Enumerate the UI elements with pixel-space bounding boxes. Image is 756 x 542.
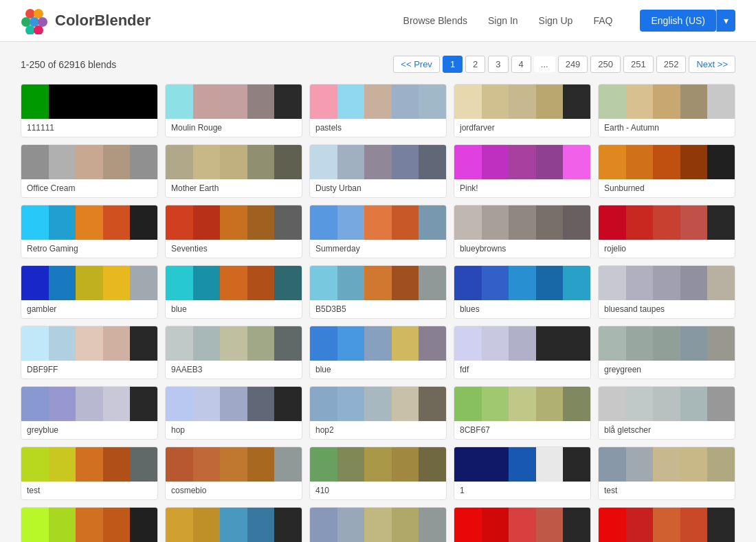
blend-card[interactable]: blå gletscher <box>598 386 735 440</box>
color-swatch <box>392 266 419 300</box>
color-swatch <box>220 447 247 482</box>
page-249-button[interactable]: 249 <box>558 56 588 73</box>
blend-name: 1 <box>454 482 590 499</box>
blend-name: hop <box>166 421 302 439</box>
blend-card[interactable]: Red - Daiichi <box>454 507 591 542</box>
blend-count: 1-250 of 62916 blends <box>21 59 116 70</box>
page-1-button[interactable]: 1 <box>443 56 463 73</box>
blend-card[interactable]: 8CBF67 <box>454 386 591 440</box>
sign-in-link[interactable]: Sign In <box>488 15 518 26</box>
color-swatch <box>419 326 446 361</box>
blend-card[interactable]: khaki <box>309 507 447 542</box>
color-swatch <box>247 447 275 482</box>
blend-card[interactable]: Earth - Autumn <box>598 84 735 137</box>
lang-dropdown-button[interactable]: ▾ <box>716 10 735 32</box>
blend-card[interactable]: test <box>21 447 158 500</box>
blend-card[interactable]: red - d <box>598 507 735 542</box>
color-swatch <box>310 266 337 300</box>
faq-link[interactable]: FAQ <box>593 15 612 26</box>
color-swatch <box>103 205 131 240</box>
color-strip <box>454 508 590 542</box>
blend-name: Moulin Rouge <box>166 119 302 137</box>
blend-card[interactable]: B5D3B5 <box>309 265 447 319</box>
color-swatch <box>536 447 564 482</box>
blend-name: greyblue <box>21 421 157 439</box>
blend-name: 410 <box>310 482 446 499</box>
blend-card[interactable]: Pink! <box>454 144 591 198</box>
color-swatch <box>274 84 302 119</box>
blend-card[interactable]: 111111 <box>21 84 158 137</box>
color-swatch <box>653 447 680 482</box>
blend-card[interactable]: 410 <box>309 447 447 500</box>
color-strip <box>310 508 446 542</box>
page-251-button[interactable]: 251 <box>623 56 654 73</box>
blend-card[interactable]: bluesand taupes <box>598 265 735 319</box>
blend-name: blueybrowns <box>454 240 590 258</box>
color-swatch <box>563 205 590 240</box>
color-swatch <box>337 266 365 300</box>
blend-card[interactable]: blue <box>309 326 447 379</box>
page-4-button[interactable]: 4 <box>511 56 531 73</box>
color-swatch <box>49 145 76 179</box>
color-swatch <box>166 508 193 542</box>
color-swatch <box>653 266 680 300</box>
blend-card[interactable]: greygreen <box>598 326 735 379</box>
blend-card[interactable]: Moulin Rouge <box>165 84 302 137</box>
blend-card[interactable]: Sunburned <box>598 144 735 198</box>
page-3-button[interactable]: 3 <box>488 56 508 73</box>
blend-card[interactable]: Dusty Urban <box>309 144 447 198</box>
prev-button[interactable]: << Prev <box>393 56 440 73</box>
blend-card[interactable]: Mother Earth <box>165 144 302 198</box>
blend-card[interactable]: Summerday <box>309 205 447 258</box>
color-strip <box>21 145 157 179</box>
blend-name: hop2 <box>310 421 446 439</box>
blend-card[interactable]: DBF9FF <box>21 326 158 379</box>
blend-card[interactable]: Seventies <box>165 205 302 258</box>
blend-card[interactable]: blueybrowns <box>454 205 591 258</box>
color-swatch <box>76 145 103 179</box>
color-swatch <box>21 84 49 119</box>
blend-card[interactable]: Office Cream <box>21 144 158 198</box>
blend-card[interactable]: STG <box>21 507 158 542</box>
blend-card[interactable]: test <box>598 447 735 500</box>
color-swatch <box>76 447 103 482</box>
blend-card[interactable]: hop2 <box>309 386 447 440</box>
blend-name: rojelio <box>599 240 735 258</box>
blend-card[interactable]: blue <box>165 265 302 319</box>
color-swatch <box>247 508 275 542</box>
blend-card[interactable]: pastels <box>309 84 447 137</box>
color-swatch <box>76 84 103 119</box>
color-swatch <box>130 508 157 542</box>
blend-card[interactable]: rojelio <box>598 205 735 258</box>
browse-blends-link[interactable]: Browse Blends <box>403 15 467 26</box>
color-swatch <box>130 205 157 240</box>
color-strip <box>599 447 735 482</box>
color-swatch <box>130 266 157 300</box>
next-button[interactable]: Next >> <box>689 56 735 73</box>
blend-card[interactable]: 9AAEB3 <box>165 326 302 379</box>
blend-card[interactable]: fdf <box>454 326 591 379</box>
page-2-button[interactable]: 2 <box>465 56 485 73</box>
blend-card[interactable]: Retro Gaming <box>21 205 158 258</box>
color-swatch <box>626 508 654 542</box>
page-252-button[interactable]: 252 <box>656 56 687 73</box>
blend-card[interactable]: w <box>165 507 302 542</box>
lang-selector[interactable]: English (US) ▾ <box>640 10 735 32</box>
color-swatch <box>680 145 708 179</box>
blend-card[interactable]: jordfarver <box>454 84 591 137</box>
blend-name: blue <box>166 300 302 318</box>
blend-card[interactable]: hop <box>165 386 302 440</box>
color-swatch <box>626 205 654 240</box>
color-swatch <box>509 508 536 542</box>
blend-card[interactable]: blues <box>454 265 591 319</box>
blend-card[interactable]: greyblue <box>21 386 158 440</box>
color-swatch <box>707 84 735 119</box>
color-swatch <box>103 508 131 542</box>
sign-up-link[interactable]: Sign Up <box>539 15 573 26</box>
blend-card[interactable]: cosmebio <box>165 447 302 500</box>
lang-button[interactable]: English (US) <box>640 10 716 32</box>
blend-card[interactable]: 1 <box>454 447 591 500</box>
color-swatch <box>653 387 680 421</box>
page-250-button[interactable]: 250 <box>590 56 621 73</box>
blend-card[interactable]: gambler <box>21 265 158 319</box>
